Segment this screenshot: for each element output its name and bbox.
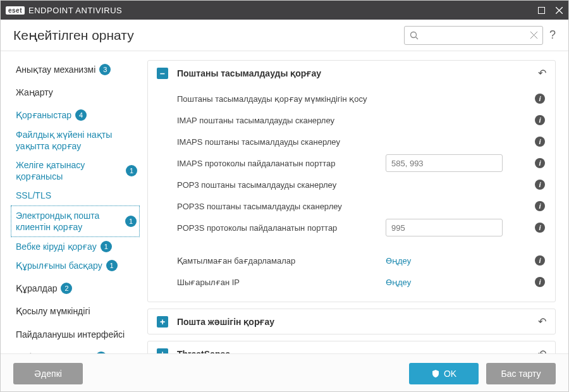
search-icon [410,31,419,40]
sidebar-item-email-client[interactable]: Электрондық пошта клиентін қорғау 1 [11,205,140,237]
expand-icon[interactable]: + [157,316,168,328]
brand: eset ENDPOINT ANTIVIRUS [6,6,122,15]
sidebar-item-label: Файлдық жүйені нақты уақытта қорғау [16,129,137,152]
info-icon[interactable]: i [535,180,545,190]
badge: 1 [95,352,107,353]
setting-row: Қамтылмаған бағдарламалар Өңдеу i [177,250,546,271]
panel-title: ThreatSense [177,349,230,354]
setting-row: POP3 поштаны тасымалдауды сканерлеу i [177,174,546,195]
edit-excluded-ip-link[interactable]: Өңдеу [386,278,411,287]
sidebar-item-label: Қорғаныстар [16,109,71,121]
setting-label: IMAP поштаны тасымалдауды сканерлеу [177,116,386,125]
product-name: ENDPOINT ANTIVIRUS [28,6,122,15]
help-icon[interactable]: ? [549,28,556,42]
setting-label: Поштаны тасымалдауды қорғау мүмкіндігін … [177,94,386,104]
close-icon[interactable] [554,6,563,15]
sidebar-item-ui[interactable]: Пайдаланушы интерфейсі [13,325,140,344]
revert-icon[interactable]: ↶ [538,315,546,328]
collapse-icon[interactable]: – [157,68,168,79]
info-icon[interactable]: i [535,137,545,147]
badge: 1 [101,241,112,252]
sidebar-item-label: Қосылу мүмкіндігі [16,305,90,317]
info-icon[interactable]: i [535,201,545,211]
svg-line-4 [415,37,418,39]
sidebar-item-network-access[interactable]: Желіге қатынасу қорғанысы 1 [13,156,140,186]
badge: 2 [61,283,72,294]
badge: 4 [75,109,87,121]
header: Кеңейтілген орнату ? [1,20,568,51]
badge: 1 [126,165,137,176]
info-icon[interactable]: i [535,277,545,287]
panel-title: Поштаны тасымалдауды қорғау [177,68,321,78]
button-label: Бас тарту [501,369,541,379]
sidebar-item-label: Жаңарту [16,87,53,98]
expand-icon[interactable]: + [157,348,168,354]
page-title: Кеңейтілген орнату [13,28,134,43]
button-label: OK [444,369,456,379]
sidebar-item-label: Электрондық пошта клиентін қорғау [16,210,121,233]
default-button[interactable]: Әдепкі [13,363,83,384]
revert-icon[interactable]: ↶ [538,67,546,79]
clear-search-icon[interactable] [530,32,537,39]
info-icon[interactable]: i [535,158,545,168]
pop3s-ports-input[interactable] [386,219,503,236]
sidebar-item-label: Анықтау механизмі [16,64,95,75]
setting-row: IMAP поштаны тасымалдауды сканерлеу i [177,109,546,131]
sidebar-item-label: Құрылғыны басқару [16,260,102,271]
ok-button[interactable]: OK [409,363,479,384]
setting-label: POP3S протоколы пайдаланатын порттар [177,223,386,233]
shield-icon [431,369,440,378]
info-icon[interactable]: i [535,115,545,125]
panel-header[interactable]: + ThreatSense ↶ [148,341,555,353]
revert-icon[interactable]: ↶ [538,348,546,353]
setting-row: POP3S протоколы пайдаланатын порттар i [177,217,546,238]
sidebar-item-connectivity[interactable]: Қосылу мүмкіндігі [13,302,140,321]
sidebar-item-notifications[interactable]: Хабарландырулар 1 [13,348,140,353]
setting-label: Шығарылған IP [177,278,386,287]
sidebar-item-protections[interactable]: Қорғаныстар 4 [13,106,140,125]
panel-title: Пошта жәшігін қорғау [177,317,274,327]
setting-row: POP3S поштаны тасымалдауды сканерлеу i [177,195,546,217]
svg-rect-0 [538,7,544,13]
titlebar: eset ENDPOINT ANTIVIRUS [1,1,568,20]
panel-header[interactable]: – Поштаны тасымалдауды қорғау ↶ [148,61,555,85]
content: – Поштаны тасымалдауды қорғау ↶ Поштаны … [140,51,568,353]
setting-label: IMAPS протоколы пайдаланатын порттар [177,159,386,168]
sidebar-item-label: Құралдар [16,283,57,294]
sidebar: Анықтау механизмі 3 Жаңарту Қорғаныстар … [1,51,140,353]
badge: 1 [106,260,118,271]
sidebar-item-label: Желіге қатынасу қорғанысы [16,159,122,182]
search-field[interactable] [404,26,543,45]
search-input[interactable] [419,30,530,40]
panel-header[interactable]: + Пошта жәшігін қорғау ↶ [148,309,555,334]
edit-excluded-apps-link[interactable]: Өңдеу [386,256,411,266]
sidebar-item-label: Хабарландырулар [16,352,92,353]
maximize-icon[interactable] [537,6,546,15]
sidebar-item-detection[interactable]: Анықтау механизмі 3 [13,60,140,79]
sidebar-item-label: Пайдаланушы интерфейсі [16,329,125,340]
info-icon[interactable]: i [535,255,545,266]
setting-row: IMAPS протоколы пайдаланатын порттар i [177,152,546,174]
sidebar-item-label: Вебке кіруді қорғау [16,241,97,252]
sidebar-item-web-access[interactable]: Вебке кіруді қорғау 1 [13,237,140,256]
setting-label: POP3S поштаны тасымалдауды сканерлеу [177,202,386,211]
badge: 3 [99,64,111,75]
setting-label: IMAPS поштаны тасымалдауды сканерлеу [177,137,386,147]
setting-row: Шығарылған IP Өңдеу i [177,271,546,293]
svg-point-3 [410,32,416,37]
brand-box: eset [6,6,25,15]
cancel-button[interactable]: Бас тарту [486,363,556,384]
info-icon[interactable]: i [535,94,545,104]
setting-row: IMAPS поштаны тасымалдауды сканерлеу i [177,131,546,152]
panel-mail-transport: – Поштаны тасымалдауды қорғау ↶ Поштаны … [147,60,556,302]
sidebar-item-tools[interactable]: Құралдар 2 [13,279,140,298]
sidebar-item-realtime-fs[interactable]: Файлдық жүйені нақты уақытта қорғау [13,125,140,156]
sidebar-item-ssl-tls[interactable]: SSL/TLS [13,186,140,205]
info-icon[interactable]: i [535,223,545,233]
sidebar-item-update[interactable]: Жаңарту [13,83,140,102]
imaps-ports-input[interactable] [386,154,503,172]
setting-label: POP3 поштаны тасымалдауды сканерлеу [177,180,386,190]
sidebar-item-device-control[interactable]: Құрылғыны басқару 1 [13,256,140,275]
panel-threatsense: + ThreatSense ↶ [147,341,556,353]
footer: Әдепкі OK Бас тарту [1,353,568,392]
